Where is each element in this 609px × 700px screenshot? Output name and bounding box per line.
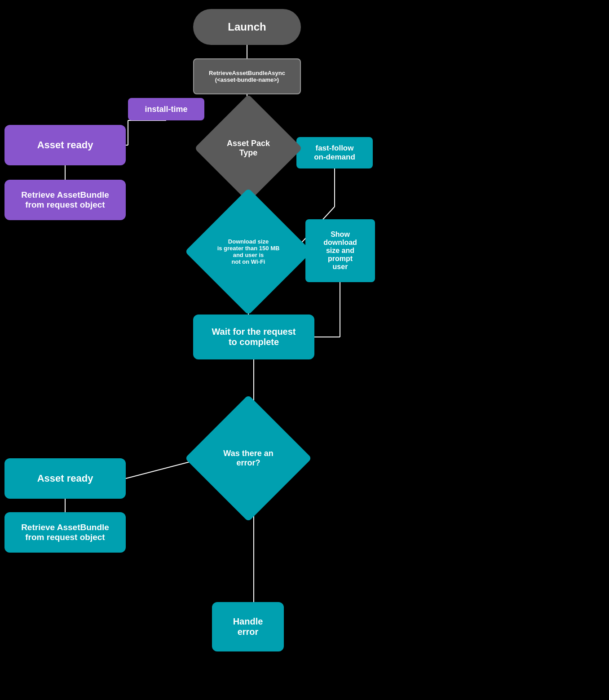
download-size-diamond-node: Download size is greater than 150 MB and…: [203, 207, 293, 297]
retrieve-bundle-purple-node: Retrieve AssetBundle from request object: [4, 180, 126, 220]
flowchart: Launch RetrieveAssetBundleAsync (<asset-…: [0, 0, 609, 700]
launch-node: Launch: [193, 9, 301, 45]
install-time-node: install-time: [128, 98, 204, 120]
fast-follow-node: fast-follow on-demand: [296, 137, 373, 168]
asset-ready-teal-node: Asset ready: [4, 458, 126, 499]
asset-pack-type-node: Asset Pack Type: [210, 110, 287, 186]
retrieve-async-node: RetrieveAssetBundleAsync (<asset-bundle-…: [193, 58, 301, 94]
handle-error-node: Handle error: [212, 602, 284, 651]
error-diamond-node: Was there an error?: [203, 413, 293, 503]
asset-pack-type-diamond-text: Asset Pack Type: [210, 110, 287, 186]
wait-request-node: Wait for the request to complete: [193, 315, 314, 359]
show-download-node: Show download size and prompt user: [305, 219, 375, 282]
asset-ready-purple-node: Asset ready: [4, 125, 126, 165]
error-diamond-text: Was there an error?: [203, 413, 293, 503]
retrieve-bundle-teal-node: Retrieve AssetBundle from request object: [4, 512, 126, 553]
download-size-diamond-text: Download size is greater than 150 MB and…: [203, 207, 293, 297]
